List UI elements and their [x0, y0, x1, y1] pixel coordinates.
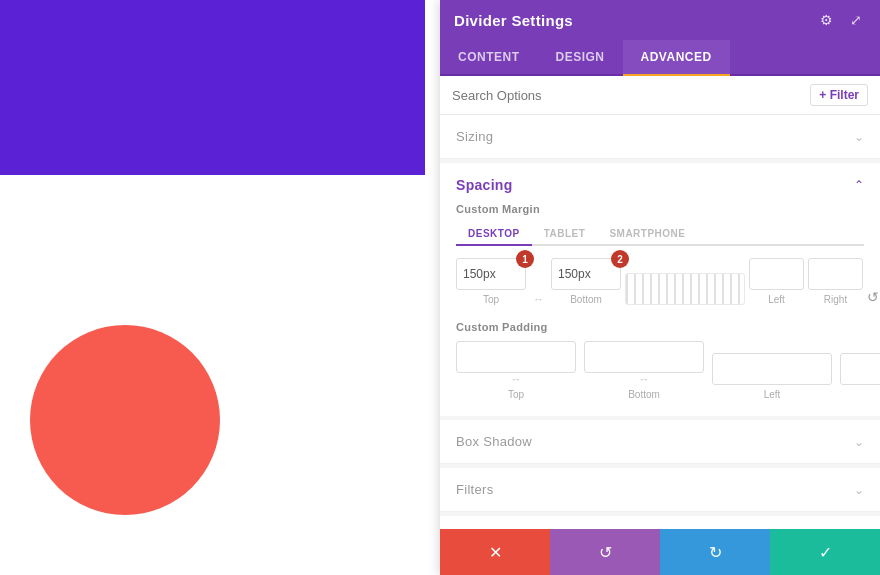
canvas-top-bar: [0, 0, 425, 175]
search-input[interactable]: [452, 88, 810, 103]
margin-top-group: 1 Top: [456, 258, 526, 305]
margin-right-group: Right: [808, 258, 863, 305]
panel-title: Divider Settings: [454, 12, 573, 29]
spacing-content: Custom Margin DESKTOP TABLET SMARTPHONE …: [440, 203, 880, 416]
spacing-section-title: Spacing: [456, 177, 513, 193]
padding-left-label: Left: [764, 389, 781, 400]
device-tab-tablet[interactable]: TABLET: [532, 223, 598, 246]
device-tabs: DESKTOP TABLET SMARTPHONE: [456, 223, 864, 246]
sizing-section: Sizing ⌄: [440, 115, 880, 159]
margin-bottom-label: Bottom: [570, 294, 602, 305]
custom-padding-container: Custom Padding ↔ Top ↔ Bottom: [456, 321, 864, 400]
tab-design[interactable]: Design: [538, 40, 623, 76]
save-icon: ✓: [819, 543, 832, 562]
settings-icon[interactable]: ⚙: [816, 10, 836, 30]
tab-content[interactable]: Content: [440, 40, 538, 76]
margin-bottom-badge: 2: [611, 250, 629, 268]
padding-top-label: Top: [508, 389, 524, 400]
sizing-chevron-icon: ⌄: [854, 130, 864, 144]
expand-icon[interactable]: ⤢: [846, 10, 866, 30]
filters-section-title: Filters: [456, 482, 494, 497]
save-button[interactable]: ✓: [770, 529, 880, 575]
device-tab-desktop[interactable]: DESKTOP: [456, 223, 532, 246]
margin-inputs: 1 Top ↔ 2 Bottom: [456, 258, 864, 305]
spacing-section: Spacing ⌃ Custom Margin DESKTOP TABLET S…: [440, 163, 880, 416]
padding-bottom-link-icon[interactable]: ↔: [637, 373, 652, 385]
search-bar: + Filter: [440, 76, 880, 115]
padding-bottom-group: ↔ Bottom: [584, 341, 704, 400]
custom-padding-label: Custom Padding: [456, 321, 864, 333]
top-link-icon[interactable]: ↔: [530, 293, 547, 305]
margin-top-badge: 1: [516, 250, 534, 268]
filters-chevron-icon: ⌄: [854, 483, 864, 497]
margin-left-label: Left: [768, 294, 785, 305]
margin-action-icons: ↺ ✕: [867, 289, 880, 305]
redo-icon: ↻: [709, 543, 722, 562]
undo-icon: ↺: [599, 543, 612, 562]
tab-advanced[interactable]: Advanced: [623, 40, 730, 76]
panel-header-icons: ⚙ ⤢: [816, 10, 866, 30]
tab-bar: Content Design Advanced: [440, 40, 880, 76]
margin-bottom-group: 2 Bottom: [551, 258, 621, 305]
margin-reset-icon[interactable]: ↺: [867, 289, 879, 305]
filter-button[interactable]: + Filter: [810, 84, 868, 106]
box-shadow-section-header[interactable]: Box Shadow ⌄: [440, 420, 880, 464]
margin-bottom-input[interactable]: [551, 258, 621, 290]
canvas-circle: [30, 325, 220, 515]
padding-inputs: ↔ Top ↔ Bottom Left: [456, 341, 864, 400]
panel-content[interactable]: Sizing ⌄ Spacing ⌃ Custom Margin DESKTOP…: [440, 115, 880, 529]
settings-panel: Divider Settings ⚙ ⤢ Content Design Adva…: [440, 0, 880, 575]
spacing-chevron-icon: ⌃: [854, 178, 864, 192]
cancel-button[interactable]: ✕: [440, 529, 550, 575]
margin-top-input[interactable]: [456, 258, 526, 290]
margin-top-label: Top: [483, 294, 499, 305]
padding-bottom-label: Bottom: [628, 389, 660, 400]
animation-section: Animation ⌄: [440, 516, 880, 529]
box-shadow-section: Box Shadow ⌄: [440, 420, 880, 464]
bottom-bar: ✕ ↺ ↻ ✓: [440, 529, 880, 575]
padding-right-group: Right: [840, 353, 880, 400]
sizing-section-header[interactable]: Sizing ⌄: [440, 115, 880, 159]
filters-section: Filters ⌄: [440, 468, 880, 512]
custom-margin-label: Custom Margin: [456, 203, 864, 215]
margin-center-spacer-group: [625, 273, 745, 305]
padding-right-input[interactable]: [840, 353, 880, 385]
box-shadow-section-title: Box Shadow: [456, 434, 532, 449]
padding-top-link-icon[interactable]: ↔: [509, 373, 524, 385]
box-shadow-chevron-icon: ⌄: [854, 435, 864, 449]
undo-button[interactable]: ↺: [550, 529, 660, 575]
margin-left-input[interactable]: [749, 258, 804, 290]
panel-header: Divider Settings ⚙ ⤢: [440, 0, 880, 40]
margin-left-group: Left: [749, 258, 804, 305]
margin-spacer: [625, 273, 745, 305]
padding-bottom-input[interactable]: [584, 341, 704, 373]
spacing-section-header[interactable]: Spacing ⌃: [440, 163, 880, 203]
cancel-icon: ✕: [489, 543, 502, 562]
padding-top-group: ↔ Top: [456, 341, 576, 400]
padding-top-input[interactable]: [456, 341, 576, 373]
canvas-area: [0, 0, 425, 575]
animation-section-header[interactable]: Animation ⌄: [440, 516, 880, 529]
filters-section-header[interactable]: Filters ⌄: [440, 468, 880, 512]
margin-right-input[interactable]: [808, 258, 863, 290]
padding-left-group: Left: [712, 353, 832, 400]
device-tab-smartphone[interactable]: SMARTPHONE: [597, 223, 697, 246]
margin-right-label: Right: [824, 294, 847, 305]
sizing-section-title: Sizing: [456, 129, 493, 144]
padding-left-input[interactable]: [712, 353, 832, 385]
redo-button[interactable]: ↻: [660, 529, 770, 575]
